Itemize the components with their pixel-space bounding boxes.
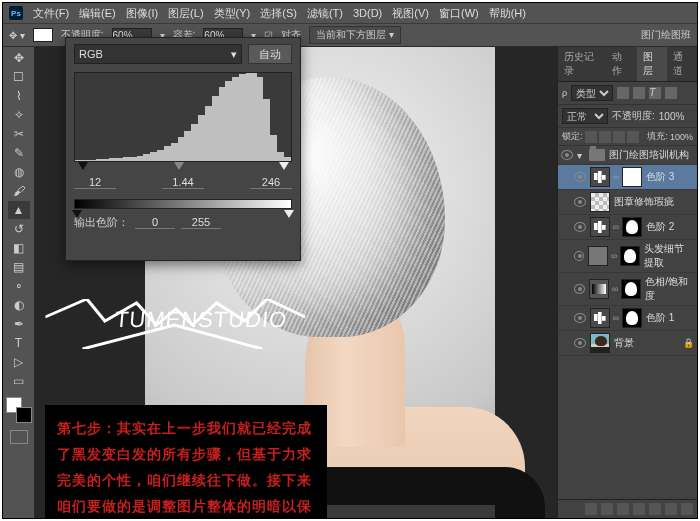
marquee-tool-icon[interactable]: ☐ [8, 68, 30, 86]
input-white-field[interactable] [250, 176, 292, 189]
type-tool-icon[interactable]: T [8, 334, 30, 352]
menu-layer[interactable]: 图层(L) [168, 6, 203, 21]
menu-help[interactable]: 帮助(H) [489, 6, 526, 21]
visibility-icon[interactable] [574, 284, 585, 294]
adjustment-thumb-icon[interactable] [590, 217, 610, 237]
link-icon[interactable]: ∞ [612, 313, 620, 323]
pen-tool-icon[interactable]: ✒ [8, 315, 30, 333]
layer-row[interactable]: ∞ 头发细节提取 [558, 240, 697, 273]
layer-name[interactable]: 图章修饰瑕疵 [614, 195, 674, 209]
stamp-tool-icon[interactable]: ▲ [8, 201, 30, 219]
output-black-slider[interactable] [72, 210, 82, 218]
adjustment-thumb-icon[interactable] [589, 279, 609, 299]
lock-pixel-icon[interactable] [599, 131, 611, 143]
sample-dropdown[interactable]: 当前和下方图层 ▾ [309, 26, 401, 44]
background-color[interactable] [16, 407, 32, 423]
layer-name[interactable]: 色阶 2 [646, 220, 674, 234]
black-point-slider[interactable] [78, 162, 88, 170]
layer-row[interactable]: ∞ 色阶 3 [558, 165, 697, 190]
link-icon[interactable]: ∞ [610, 251, 618, 261]
tab-actions[interactable]: 动作 [606, 47, 636, 81]
layer-row[interactable]: ∞ 色相/饱和度 [558, 273, 697, 306]
layer-thumb[interactable] [590, 192, 610, 212]
menu-file[interactable]: 文件(F) [33, 6, 69, 21]
link-icon[interactable]: ∞ [612, 172, 620, 182]
layer-name[interactable]: 头发细节提取 [644, 242, 694, 270]
mask-thumb[interactable] [620, 246, 640, 266]
layer-thumb[interactable] [588, 246, 608, 266]
lock-all-icon[interactable] [627, 131, 639, 143]
layer-row[interactable]: ∞ 色阶 2 [558, 215, 697, 240]
menu-select[interactable]: 选择(S) [260, 6, 297, 21]
layer-name[interactable]: 色阶 1 [646, 311, 674, 325]
menu-image[interactable]: 图像(I) [126, 6, 158, 21]
quickmask-icon[interactable] [10, 430, 28, 444]
blur-tool-icon[interactable]: ∘ [8, 277, 30, 295]
history-brush-icon[interactable]: ↺ [8, 220, 30, 238]
workspace-label[interactable]: 图门绘图班 [641, 28, 691, 42]
visibility-icon[interactable] [561, 150, 573, 160]
group-name[interactable]: 图门绘图培训机构 [609, 148, 689, 162]
tab-history[interactable]: 历史记录 [558, 47, 606, 81]
fill-value[interactable]: 100% [670, 132, 693, 142]
color-swatches[interactable] [6, 397, 32, 423]
mask-icon[interactable] [617, 503, 629, 515]
eraser-tool-icon[interactable]: ◧ [8, 239, 30, 257]
gamma-slider[interactable] [174, 162, 184, 170]
channel-select[interactable]: RGB▾ [74, 44, 242, 64]
dodge-tool-icon[interactable]: ◐ [8, 296, 30, 314]
filter-pixel-icon[interactable] [617, 87, 629, 99]
visibility-icon[interactable] [574, 313, 586, 323]
fx-icon[interactable] [601, 503, 613, 515]
menu-view[interactable]: 视图(V) [392, 6, 429, 21]
eyedropper-tool-icon[interactable]: ✎ [8, 144, 30, 162]
layer-name[interactable]: 背景 [614, 336, 634, 350]
lock-trans-icon[interactable] [585, 131, 597, 143]
tab-channels[interactable]: 通道 [667, 47, 697, 81]
link-icon[interactable]: ∞ [612, 222, 620, 232]
mask-thumb[interactable] [622, 308, 642, 328]
lock-pos-icon[interactable] [613, 131, 625, 143]
link-layers-icon[interactable] [585, 503, 597, 515]
path-tool-icon[interactable]: ▷ [8, 353, 30, 371]
adjustment-thumb-icon[interactable] [590, 308, 610, 328]
output-white-slider[interactable] [284, 210, 294, 218]
visibility-icon[interactable] [574, 338, 586, 348]
auto-button[interactable]: 自动 [248, 44, 292, 64]
filter-shape-icon[interactable] [665, 87, 677, 99]
tool-preset-icon[interactable]: ✥ ▾ [9, 30, 25, 41]
layer-thumb[interactable] [590, 333, 610, 353]
layer-row[interactable]: ∞ 色阶 1 [558, 306, 697, 331]
visibility-icon[interactable] [574, 251, 584, 261]
tab-layers[interactable]: 图层 [637, 47, 667, 81]
wand-tool-icon[interactable]: ✧ [8, 106, 30, 124]
menu-filter[interactable]: 滤镜(T) [307, 6, 343, 21]
levels-panel[interactable]: RGB▾ 自动 输出色阶： [65, 37, 301, 261]
layer-group[interactable]: ▾ 图门绘图培训机构 [558, 146, 697, 165]
menu-type[interactable]: 类型(Y) [214, 6, 251, 21]
group-icon[interactable] [649, 503, 661, 515]
crop-tool-icon[interactable]: ✂ [8, 125, 30, 143]
adjustment-icon[interactable] [633, 503, 645, 515]
sample-swatch[interactable] [33, 28, 53, 42]
input-black-field[interactable] [74, 176, 116, 189]
link-icon[interactable]: ∞ [611, 284, 619, 294]
output-black-field[interactable] [135, 216, 175, 229]
layer-name[interactable]: 色相/饱和度 [645, 275, 694, 303]
visibility-icon[interactable] [574, 197, 586, 207]
lasso-tool-icon[interactable]: ⌇ [8, 87, 30, 105]
white-point-slider[interactable] [279, 162, 289, 170]
layer-opacity-value[interactable]: 100% [659, 111, 685, 122]
filter-type-icon[interactable]: T [649, 87, 661, 99]
move-tool-icon[interactable]: ✥ [8, 49, 30, 67]
menu-edit[interactable]: 编辑(E) [79, 6, 116, 21]
menu-3d[interactable]: 3D(D) [353, 7, 382, 19]
mask-thumb[interactable] [622, 217, 642, 237]
mask-thumb[interactable] [621, 279, 641, 299]
new-layer-icon[interactable] [665, 503, 677, 515]
layer-row[interactable]: 图章修饰瑕疵 [558, 190, 697, 215]
layer-name[interactable]: 色阶 3 [646, 170, 674, 184]
gradient-tool-icon[interactable]: ▤ [8, 258, 30, 276]
adjustment-thumb-icon[interactable] [590, 167, 610, 187]
blend-mode-select[interactable]: 正常 [562, 108, 608, 124]
